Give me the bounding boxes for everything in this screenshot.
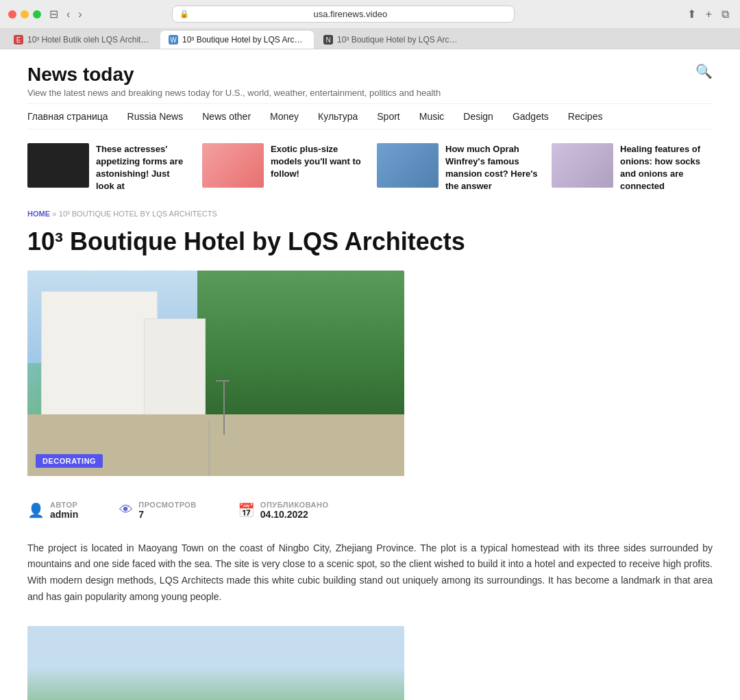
author-value: admin	[50, 509, 78, 520]
published-info: ОПУБЛИКОВАНО 04.10.2022	[260, 501, 329, 520]
nav-item-russia-news[interactable]: Russia News	[127, 111, 184, 122]
meta-author: 👤 АВТОР admin	[27, 501, 78, 520]
traffic-light-green[interactable]	[33, 10, 41, 18]
street-light-arm	[216, 380, 230, 382]
promo-image-1	[27, 143, 89, 188]
promo-image-4	[552, 143, 613, 188]
tab-label-2: 10³ Boutique Hotel by LQS Architects - N…	[182, 35, 306, 45]
promo-text-1: These actresses' appetizing forms are as…	[96, 143, 188, 193]
breadcrumb-separator: »	[52, 210, 56, 218]
page-content: News today View the latest news and brea…	[0, 49, 740, 700]
back-button[interactable]: ‹	[64, 7, 73, 22]
sidebar-toggle-button[interactable]: ⊟	[47, 6, 61, 22]
promo-card-1[interactable]: These actresses' appetizing forms are as…	[27, 143, 188, 193]
search-icon[interactable]: 🔍	[695, 63, 713, 79]
nav-item-music[interactable]: Music	[419, 111, 445, 122]
site-subtitle: View the latest news and breaking news t…	[27, 88, 441, 98]
browser-tab-3[interactable]: N 10³ Boutique Hotel by LQS Architects -…	[315, 31, 469, 49]
article-image-2-inner	[27, 626, 404, 700]
decorating-badge[interactable]: DECORATING	[36, 454, 103, 468]
browser-tab-1[interactable]: E 10³ Hotel Butik oleh LQS Architects | …	[5, 31, 159, 49]
promo-image-2	[202, 143, 264, 188]
nav-item-sport[interactable]: Sport	[377, 111, 399, 122]
promo-text-3: How much Oprah Winfrey's famous mansion …	[445, 143, 538, 193]
article-paragraph-1: The project is located in Maoyang Town o…	[27, 540, 713, 605]
traffic-lights	[8, 10, 41, 18]
browser-tabs: E 10³ Hotel Butik oleh LQS Architects | …	[0, 28, 740, 49]
tabs-button[interactable]: ⧉	[719, 6, 732, 22]
promo-text-2: Exotic plus-size models you'll want to f…	[271, 143, 363, 181]
breadcrumb-current: 10³ BOUTIQUE HOTEL BY LQS ARCHITECTS	[59, 210, 217, 218]
promo-card-2[interactable]: Exotic plus-size models you'll want to f…	[202, 143, 363, 193]
site-nav: Главная страница Russia News News other …	[27, 103, 713, 129]
road-line	[208, 421, 210, 476]
building-main	[41, 291, 158, 421]
site-branding: News today View the latest news and brea…	[27, 63, 441, 98]
browser-controls: ⊟ ‹ ›	[47, 6, 85, 22]
nav-item-gadgets[interactable]: Gadgets	[513, 111, 549, 122]
nav-item-kultura[interactable]: Культура	[318, 111, 358, 122]
promo-image-3	[377, 143, 439, 188]
breadcrumb-home[interactable]: HOME	[27, 210, 50, 218]
nav-item-news-other[interactable]: News other	[202, 111, 251, 122]
tab-favicon-1: E	[14, 35, 23, 45]
url-text: usa.firenews.video	[193, 9, 507, 19]
promo-card-4[interactable]: Healing features of onions: how socks an…	[552, 143, 713, 193]
site-header: News today View the latest news and brea…	[27, 49, 713, 103]
traffic-light-yellow[interactable]	[21, 10, 29, 18]
nav-item-money[interactable]: Money	[270, 111, 299, 122]
hero-image-inner	[27, 271, 404, 476]
tab-label-1: 10³ Hotel Butik oleh LQS Architects | Ha…	[27, 35, 151, 45]
forward-button[interactable]: ›	[75, 7, 84, 22]
new-tab-button[interactable]: +	[703, 6, 715, 22]
published-value: 04.10.2022	[260, 509, 329, 520]
traffic-light-red[interactable]	[8, 10, 16, 18]
meta-published: 📅 ОПУБЛИКОВАНО 04.10.2022	[238, 501, 329, 520]
hero-image	[27, 271, 404, 476]
promo-strip: These actresses' appetizing forms are as…	[27, 143, 713, 193]
browser-toolbar: ⊟ ‹ › 🔒 usa.firenews.video ⬆ + ⧉	[0, 0, 740, 28]
promo-card-3[interactable]: How much Oprah Winfrey's famous mansion …	[377, 143, 538, 193]
article-image-2	[27, 626, 404, 700]
nav-item-recipes[interactable]: Recipes	[568, 111, 603, 122]
views-info: ПРОСМОТРОВ 7	[138, 501, 197, 520]
tab-favicon-3: N	[323, 35, 333, 45]
views-value: 7	[138, 509, 197, 520]
article-title: 10³ Boutique Hotel by LQS Architects	[27, 227, 713, 256]
author-icon: 👤	[27, 502, 45, 518]
share-button[interactable]: ⬆	[684, 6, 699, 22]
nav-item-home[interactable]: Главная страница	[27, 111, 108, 122]
views-icon: 👁	[119, 502, 133, 518]
article-meta: 👤 АВТОР admin 👁 ПРОСМОТРОВ 7 📅 ОПУБЛИКОВ…	[27, 490, 713, 540]
browser-chrome: ⊟ ‹ › 🔒 usa.firenews.video ⬆ + ⧉ E 10³ H…	[0, 0, 740, 49]
published-label: ОПУБЛИКОВАНО	[260, 501, 329, 509]
street-light-pole	[223, 380, 225, 435]
browser-actions: ⬆ + ⧉	[684, 6, 732, 22]
calendar-icon: 📅	[238, 502, 255, 518]
tab-favicon-2: W	[169, 35, 178, 45]
address-bar[interactable]: 🔒 usa.firenews.video	[172, 5, 515, 23]
lock-icon: 🔒	[180, 10, 189, 18]
breadcrumb: HOME » 10³ BOUTIQUE HOTEL BY LQS ARCHITE…	[27, 209, 713, 218]
author-label: АВТОР	[50, 501, 78, 509]
browser-tab-2[interactable]: W 10³ Boutique Hotel by LQS Architects -…	[160, 31, 314, 49]
meta-views: 👁 ПРОСМОТРОВ 7	[119, 501, 197, 520]
tab-label-3: 10³ Boutique Hotel by LQS Architects - I…	[337, 35, 460, 45]
hero-image-wrapper: DECORATING	[27, 271, 404, 476]
views-label: ПРОСМОТРОВ	[138, 501, 197, 509]
promo-text-4: Healing features of onions: how socks an…	[620, 143, 713, 193]
author-info: АВТОР admin	[50, 501, 78, 520]
article-body: The project is located in Maoyang Town o…	[27, 540, 713, 605]
nav-item-design[interactable]: Design	[463, 111, 493, 122]
building-wing	[144, 318, 206, 421]
site-title: News today	[27, 63, 441, 86]
